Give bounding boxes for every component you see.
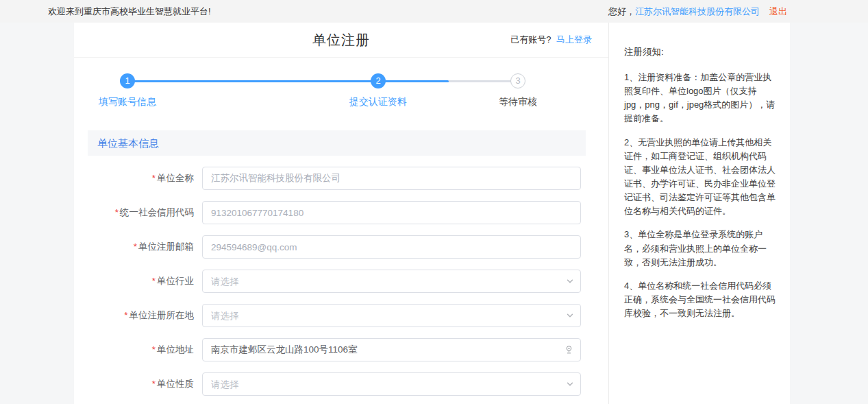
required-mark: * [152,344,156,355]
step-3-circle: 3 [510,73,525,88]
logout-link[interactable]: 退出 [769,5,787,18]
field-row-email: *单位注册邮箱 [74,235,608,259]
chevron-down-icon [566,380,574,388]
required-mark: * [134,241,137,252]
field-label-credit-code: *统一社会信用代码 [74,201,194,224]
notice-item-4: 4、单位名称和统一社会信用代码必须正确，系统会与全国统一社会信用代码库校验，不一… [624,279,776,320]
field-row-registered-location: *单位注册所在地 [74,304,608,327]
unit-nature-select[interactable] [202,372,581,396]
stepper-track-progress [127,80,449,82]
required-mark: * [124,310,127,320]
notice-title: 注册须知: [624,46,776,58]
field-label-email: *单位注册邮箱 [74,235,194,259]
field-row-address: *单位地址 [74,338,608,361]
login-now-link[interactable]: 马上登录 [556,34,592,45]
field-row-industry: *单位行业 [74,270,608,293]
company-name-input[interactable] [202,167,581,190]
step-2-circle: 2 [371,73,386,88]
required-mark: * [115,207,119,217]
field-row-unit-nature: *单位性质 [74,372,608,396]
notice-item-3: 3、单位全称是单位登录系统的账户名，必须和营业执照上的单位全称一致，否则无法注册… [624,228,776,269]
step-1-circle: 1 [120,73,135,88]
notice-panel: 注册须知: 1、注册资料准备：加盖公章的营业执照复印件、单位logo图片（仅支持… [608,23,790,404]
registration-form-panel: 单位注册 已有账号? 马上登录 1 2 3 填写账号信息 提交认证资料 等待审核… [74,23,608,404]
field-label-address: *单位地址 [74,338,194,361]
location-icon[interactable] [564,345,574,355]
field-label-unit-nature: *单位性质 [74,372,194,396]
required-mark: * [152,173,156,183]
login-hint: 已有账号? 马上登录 [510,34,592,46]
field-row-credit-code: *统一社会信用代码 [74,201,608,224]
notice-item-2: 2、无营业执照的单位请上传其他相关证件，如工商登记证、组织机构代码证、事业单位法… [624,136,776,219]
address-input[interactable] [202,338,581,361]
notice-item-1: 1、注册资料准备：加盖公章的营业执照复印件、单位logo图片（仅支持jpg，pn… [624,71,776,126]
industry-select[interactable] [202,270,581,293]
field-row-company-name: *单位全称 [74,167,608,190]
topbar: 欢迎来到重庆市高校毕业生智慧就业平台! 您好， 江苏尔讯智能科技股份有限公司 退… [0,0,868,23]
field-label-industry: *单位行业 [74,270,194,293]
credit-code-input[interactable] [202,201,581,224]
step-2-label: 提交认证资料 [349,96,407,108]
page-title: 单位注册 [312,31,370,49]
have-account-text: 已有账号? [510,34,551,45]
email-input[interactable] [202,235,581,259]
progress-stepper: 1 2 3 填写账号信息 提交认证资料 等待审核 [74,70,608,119]
section-header-basic-info: 单位基本信息 [88,130,586,156]
field-label-registered-location: *单位注册所在地 [74,304,194,327]
step-3-label: 等待审核 [499,96,537,108]
title-row: 单位注册 已有账号? 马上登录 [74,23,608,58]
field-label-company-name: *单位全称 [74,167,194,190]
chevron-down-icon [566,311,574,320]
chevron-down-icon [566,277,574,285]
form-rows: *单位全称 *统一社会信用代码 *单位注册邮箱 *单 [74,167,608,396]
required-mark: * [152,379,156,389]
greeting-text: 您好， [608,5,635,18]
required-mark: * [152,276,156,286]
company-name-link[interactable]: 江苏尔讯智能科技股份有限公司 [635,5,760,18]
welcome-text: 欢迎来到重庆市高校毕业生智慧就业平台! [48,5,211,18]
step-1-label: 填写账号信息 [99,96,156,108]
registered-location-select[interactable] [202,304,581,327]
